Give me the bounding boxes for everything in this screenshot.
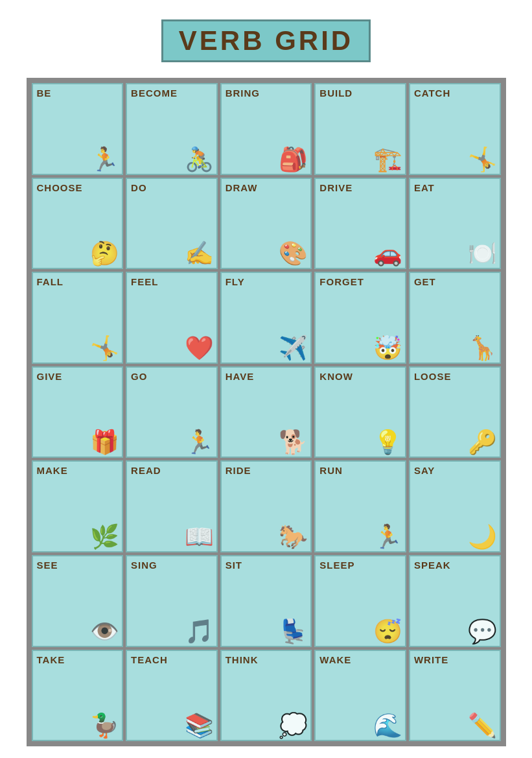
cell-label: BE: [37, 88, 52, 99]
cell-label: TAKE: [37, 655, 65, 666]
cell-icon: 📖: [185, 525, 214, 549]
cell-label: DRIVE: [319, 183, 353, 194]
cell-label: SLEEP: [319, 560, 354, 571]
verb-cell-draw[interactable]: DRAW🎨: [220, 178, 312, 270]
cell-icon: 🔑: [468, 431, 497, 454]
cell-label: FEEL: [131, 277, 158, 288]
cell-label: SIT: [226, 560, 242, 571]
cell-icon: 🚴: [185, 148, 214, 171]
verb-cell-do[interactable]: DO✍️: [126, 178, 218, 270]
cell-icon: 💬: [468, 620, 497, 643]
cell-label: SING: [131, 560, 157, 571]
verb-cell-become[interactable]: BECOME🚴: [126, 83, 218, 175]
cell-label: THINK: [226, 655, 259, 666]
cell-icon: 📚: [185, 714, 214, 737]
verb-cell-fall[interactable]: FALL🤸: [32, 272, 124, 364]
verb-cell-feel[interactable]: FEEL❤️: [126, 272, 218, 364]
cell-label: HAVE: [226, 372, 255, 383]
cell-icon: 🏃: [373, 525, 402, 549]
cell-label: KNOW: [319, 372, 353, 383]
verb-cell-get[interactable]: GET🦒: [409, 272, 501, 364]
verb-cell-write[interactable]: WRITE✏️: [409, 650, 501, 742]
cell-icon: 🍽️: [468, 242, 497, 265]
verb-cell-ride[interactable]: RIDE🐎: [220, 460, 312, 552]
cell-icon: 🤸: [468, 148, 497, 171]
cell-label: SPEAK: [414, 560, 451, 571]
cell-icon: ❤️: [185, 337, 214, 360]
cell-icon: 🏃: [90, 148, 119, 171]
verb-cell-loose[interactable]: LOOSE🔑: [409, 366, 501, 458]
verb-cell-choose[interactable]: CHOOSE🤔: [32, 178, 124, 270]
verb-cell-give[interactable]: GIVE🎁: [32, 366, 124, 458]
cell-icon: 🦆: [90, 714, 119, 737]
cell-label: BECOME: [131, 88, 178, 99]
cell-label: GET: [414, 277, 436, 288]
cell-icon: 🎒: [279, 148, 308, 171]
cell-icon: 💡: [373, 431, 402, 454]
cell-label: SEE: [37, 560, 58, 571]
verb-cell-build[interactable]: BUILD🏗️: [314, 83, 406, 175]
verb-cell-see[interactable]: SEE👁️: [32, 555, 124, 647]
verb-cell-read[interactable]: READ📖: [126, 460, 218, 552]
cell-icon: 🎵: [185, 620, 214, 643]
cell-icon: 🎁: [90, 431, 119, 454]
cell-icon: 🐕: [279, 431, 308, 454]
cell-icon: 💭: [279, 714, 308, 737]
cell-icon: 🦒: [468, 337, 497, 360]
cell-label: DRAW: [226, 183, 258, 194]
verb-cell-think[interactable]: THINK💭: [220, 650, 312, 742]
cell-icon: 🤔: [90, 242, 119, 265]
cell-label: CATCH: [414, 88, 450, 99]
cell-label: LOOSE: [414, 372, 452, 383]
verb-cell-catch[interactable]: CATCH🤸: [409, 83, 501, 175]
cell-icon: 🌿: [90, 525, 119, 549]
cell-label: RUN: [319, 466, 343, 477]
cell-label: GO: [131, 372, 147, 383]
verb-cell-bring[interactable]: BRING🎒: [220, 83, 312, 175]
verb-cell-sing[interactable]: SING🎵: [126, 555, 218, 647]
verb-cell-run[interactable]: RUN🏃: [314, 460, 406, 552]
verb-cell-take[interactable]: TAKE🦆: [32, 650, 124, 742]
verb-cell-forget[interactable]: FORGET🤯: [314, 272, 406, 364]
verb-cell-teach[interactable]: TEACH📚: [126, 650, 218, 742]
cell-icon: 🎨: [279, 242, 308, 265]
cell-icon: 🐎: [279, 525, 308, 549]
cell-label: FLY: [226, 277, 245, 288]
cell-label: SAY: [414, 466, 435, 477]
cell-label: GIVE: [37, 372, 63, 383]
verb-cell-sleep[interactable]: SLEEP😴: [314, 555, 406, 647]
cell-label: WRITE: [414, 655, 448, 666]
verb-grid: BE🏃BECOME🚴BRING🎒BUILD🏗️CATCH🤸CHOOSE🤔DO✍️…: [27, 78, 506, 746]
cell-icon: 🏗️: [373, 148, 402, 171]
verb-cell-speak[interactable]: SPEAK💬: [409, 555, 501, 647]
verb-cell-know[interactable]: KNOW💡: [314, 366, 406, 458]
verb-cell-go[interactable]: GO🏃: [126, 366, 218, 458]
verb-cell-say[interactable]: SAY🌙: [409, 460, 501, 552]
cell-icon: ✍️: [185, 242, 214, 265]
cell-label: CHOOSE: [37, 183, 83, 194]
cell-label: DO: [131, 183, 147, 194]
verb-cell-make[interactable]: MAKE🌿: [32, 460, 124, 552]
verb-cell-eat[interactable]: EAT🍽️: [409, 178, 501, 270]
verb-cell-wake[interactable]: WAKE🌊: [314, 650, 406, 742]
cell-icon: 🚗: [373, 242, 402, 265]
cell-icon: 😴: [373, 620, 402, 643]
cell-label: BRING: [226, 88, 260, 99]
cell-label: BUILD: [319, 88, 353, 99]
cell-label: TEACH: [131, 655, 168, 666]
verb-cell-have[interactable]: HAVE🐕: [220, 366, 312, 458]
page-title: VERB GRID: [161, 19, 371, 62]
verb-cell-sit[interactable]: SIT💺: [220, 555, 312, 647]
cell-icon: 💺: [279, 620, 308, 643]
cell-icon: 🌊: [373, 714, 402, 737]
verb-cell-drive[interactable]: DRIVE🚗: [314, 178, 406, 270]
cell-label: READ: [131, 466, 161, 477]
cell-label: MAKE: [37, 466, 68, 477]
cell-label: FORGET: [319, 277, 364, 288]
verb-cell-fly[interactable]: FLY✈️: [220, 272, 312, 364]
cell-icon: 🤸: [90, 337, 119, 360]
cell-label: EAT: [414, 183, 435, 194]
cell-icon: 👁️: [90, 620, 119, 643]
cell-label: FALL: [37, 277, 64, 288]
verb-cell-be[interactable]: BE🏃: [32, 83, 124, 175]
